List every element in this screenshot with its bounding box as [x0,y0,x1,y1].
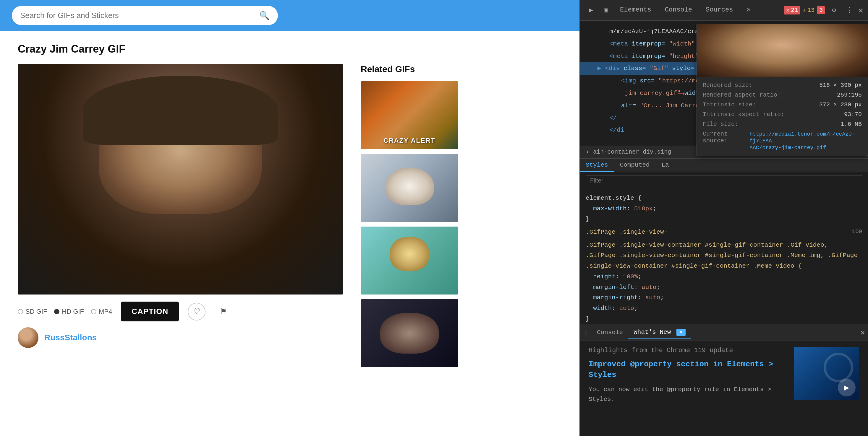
gif-image [18,64,343,295]
more-options-icon[interactable]: ⋮ [843,4,856,17]
img-preview-face [697,24,868,77]
avatar [18,327,38,348]
console-tab-options-icon[interactable]: ⋮ [583,329,589,336]
html-panel: m/m/ecAzU-fj7LEAAAAC/crazy-jim-carrey.gi… [580,21,868,158]
styles-panel: Styles Computed La element.style { max-w… [580,158,868,324]
page-title: Crazy Jim Carrey GIF [18,43,562,55]
error-count: 21 [791,7,798,13]
mp4-radio[interactable] [91,309,96,314]
related-title: Related GIFs [361,64,562,74]
main-gif-container: SD GIF HD GIF MP4 CAPTION ♡ ⚑ [18,64,343,367]
device-icon[interactable]: ▣ [599,4,612,17]
current-source-row: Current source: https://media1.tenor.com… [703,131,862,151]
video-bg-circle [824,353,853,382]
settings-icon[interactable]: ⚙ [828,4,840,17]
filter-input[interactable] [586,175,862,186]
warning-badge: ⚠ 13 [803,6,814,14]
hd-gif-option[interactable]: HD GIF [54,308,84,315]
gif-controls: SD GIF HD GIF MP4 CAPTION ♡ ⚑ [18,302,343,322]
console-panel: ⋮ Console What's New × ✕ Highlights from… [580,324,868,436]
error-badge: ✕ 21 [784,6,800,14]
rendered-size-row: Rendered size: 518 × 390 px [703,82,862,89]
gif-area: SD GIF HD GIF MP4 CAPTION ♡ ⚑ [18,64,562,367]
warning-icon: ⚠ [803,6,806,14]
file-size-value: 1.6 MB [840,121,862,128]
console-content: Highlights from the Chrome 119 update Im… [580,341,868,436]
search-icon[interactable]: 🔍 [259,11,270,21]
sd-gif-option[interactable]: SD GIF [18,308,47,315]
error-x-icon: ✕ [786,6,789,14]
tenor-content: Crazy Jim Carrey GIF SD GIF [0,31,580,436]
search-bar-container[interactable]: 🔍 [12,6,278,25]
search-input[interactable] [20,11,259,20]
breadcrumb-arrow-left[interactable]: ‹ [586,148,590,156]
sd-radio[interactable] [18,309,23,314]
username-link[interactable]: RussStallons [44,333,97,342]
devtools-tabs: ▶ ▣ Elements Console Sources » ✕ 21 ⚠ 13… [580,0,868,21]
console-close-button[interactable]: ✕ [860,328,865,337]
sd-label: SD GIF [25,308,47,315]
related-gif-1[interactable] [361,81,458,149]
intrinsic-size-row: Intrinsic size: 372 × 280 px [703,101,862,108]
styles-tab-computed[interactable]: Computed [614,159,656,172]
intrinsic-aspect-label: Intrinsic aspect ratio: [703,111,784,118]
related-grid [361,81,562,367]
devtools-right-controls: ✕ 21 ⚠ 13 3 ⚙ ⋮ ✕ [784,4,863,17]
breadcrumb-main-container[interactable]: ain-container [593,148,639,155]
devtools-close-button[interactable]: ✕ [858,5,863,15]
tab-elements[interactable]: Elements [614,3,657,17]
tab-more[interactable]: » [741,3,756,17]
css-rule-gifpage-1: .GifPage .single-view- 100 [580,226,868,239]
current-source-label: Current source: [703,131,749,151]
video-play-button[interactable]: ▶ [838,379,856,396]
img-tooltip: Rendered size: 518 × 390 px Rendered asp… [696,24,868,156]
tenor-header: 🔍 [0,0,580,31]
red-badge: 3 [817,6,825,14]
tenor-page: 🔍 Crazy Jim Carrey GIF SD GIF [0,0,580,436]
img-preview [697,24,868,77]
breadcrumb-div-sing[interactable]: div.sing [643,148,671,155]
update-title: Improved @property section in Elements >… [589,359,785,380]
css-rule-element-style: element.style { max-width: 518px; } [580,192,868,226]
intrinsic-size-value: 372 × 280 px [819,101,862,108]
whatsnew-badge: × [676,329,686,336]
tab-sources[interactable]: Sources [700,3,739,17]
format-options: SD GIF HD GIF MP4 [18,308,112,315]
console-main: Highlights from the Chrome 119 update Im… [589,347,785,430]
flag-button[interactable]: ⚑ [214,303,232,321]
mp4-option[interactable]: MP4 [91,308,112,315]
update-desc: You can now edit the @property rule in E… [589,384,785,404]
video-preview[interactable]: ▶ [794,347,859,400]
img-tooltip-info: Rendered size: 518 × 390 px Rendered asp… [697,77,868,156]
related-section: Related GIFs [361,64,562,367]
related-gif-2[interactable] [361,154,458,222]
hd-radio[interactable] [54,309,59,314]
styles-tab-styles[interactable]: Styles [580,159,614,172]
caption-button[interactable]: CAPTION [121,302,179,322]
red-arrow-indicator: → [678,87,685,100]
css-rule-gifpage-2: .GifPage .single-view-container #single-… [580,239,868,324]
rendered-size-label: Rendered size: [703,82,752,89]
related-gif-4[interactable] [361,299,458,367]
styles-content[interactable]: element.style { max-width: 518px; } .Gif… [580,189,868,324]
console-tabs: ⋮ Console What's New × ✕ [580,324,868,341]
inspect-icon[interactable]: ▶ [585,4,597,17]
styles-tab-la[interactable]: La [655,159,675,172]
intrinsic-size-label: Intrinsic size: [703,101,756,108]
heart-button[interactable]: ♡ [188,303,206,321]
rendered-size-value: 518 × 390 px [819,82,862,89]
filter-bar [580,172,868,189]
file-size-row: File size: 1.6 MB [703,121,862,128]
highlight-title: Highlights from the Chrome 119 update [589,347,785,354]
current-source-link[interactable]: https://media1.tenor.com/m/ecAzU-fj7LEAA… [749,131,855,150]
avatar-image [18,327,38,348]
rendered-aspect-value: 259:195 [837,92,862,98]
console-tab-whatsnew[interactable]: What's New × [628,326,691,338]
rendered-aspect-row: Rendered aspect ratio: 259:195 [703,92,862,98]
related-gif-3[interactable] [361,227,458,295]
user-info: RussStallons [18,327,97,348]
tab-console[interactable]: Console [659,3,698,17]
warning-count: 13 [807,7,814,13]
hd-label: HD GIF [62,308,84,315]
console-tab-console[interactable]: Console [592,327,628,338]
